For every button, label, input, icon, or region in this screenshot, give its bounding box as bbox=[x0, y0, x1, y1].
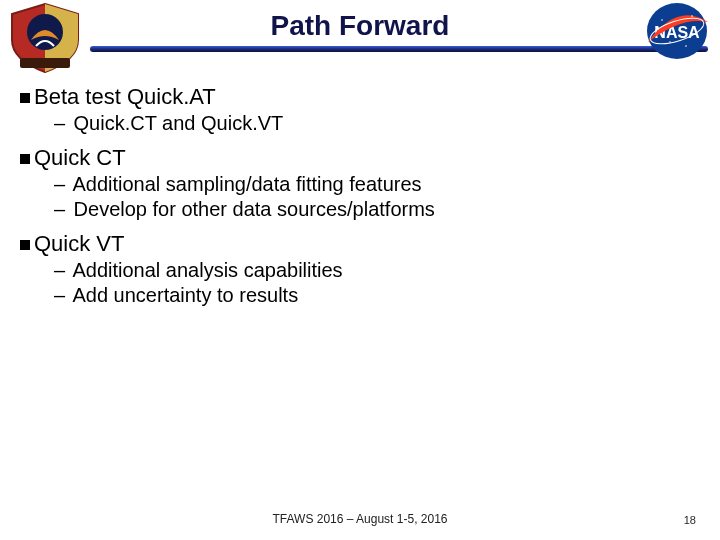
list-item: – Additional sampling/data fitting featu… bbox=[54, 173, 700, 196]
svg-point-5 bbox=[661, 19, 663, 21]
page-number: 18 bbox=[684, 514, 696, 526]
svg-point-6 bbox=[691, 15, 693, 17]
svg-rect-1 bbox=[20, 58, 70, 68]
square-bullet-icon bbox=[20, 240, 30, 250]
section-head-1: Beta test Quick.AT bbox=[20, 84, 700, 110]
section-head-text: Beta test Quick.AT bbox=[34, 84, 216, 109]
list-item: – Add uncertainty to results bbox=[54, 284, 700, 307]
header: NASA Path Forward bbox=[0, 0, 720, 60]
square-bullet-icon bbox=[20, 93, 30, 103]
jpl-shield-icon bbox=[6, 2, 84, 74]
content-area: Beta test Quick.AT – Quick.CT and Quick.… bbox=[0, 60, 720, 307]
list-item-text: Quick.CT and Quick.VT bbox=[74, 112, 284, 134]
section-head-text: Quick VT bbox=[34, 231, 124, 256]
list-item-text: Add uncertainty to results bbox=[72, 284, 298, 306]
slide: NASA Path Forward Beta test Quick.AT – Q… bbox=[0, 0, 720, 540]
list-item-text: Additional analysis capabilities bbox=[72, 259, 342, 281]
svg-point-8 bbox=[669, 41, 671, 43]
sub-list-3: – Additional analysis capabilities – Add… bbox=[54, 259, 700, 307]
svg-point-7 bbox=[685, 45, 687, 47]
sub-list-2: – Additional sampling/data fitting featu… bbox=[54, 173, 700, 221]
list-item: – Quick.CT and Quick.VT bbox=[54, 112, 700, 135]
section-head-2: Quick CT bbox=[20, 145, 700, 171]
list-item: – Additional analysis capabilities bbox=[54, 259, 700, 282]
list-item-text: Develop for other data sources/platforms bbox=[74, 198, 435, 220]
sub-list-1: – Quick.CT and Quick.VT bbox=[54, 112, 700, 135]
slide-title: Path Forward bbox=[0, 0, 720, 42]
title-underline bbox=[90, 46, 708, 52]
list-item-text: Additional sampling/data fitting feature… bbox=[72, 173, 421, 195]
footer-text: TFAWS 2016 – August 1-5, 2016 bbox=[0, 512, 720, 526]
square-bullet-icon bbox=[20, 154, 30, 164]
list-item: – Develop for other data sources/platfor… bbox=[54, 198, 700, 221]
nasa-logo-icon: NASA bbox=[642, 2, 712, 60]
section-head-3: Quick VT bbox=[20, 231, 700, 257]
section-head-text: Quick CT bbox=[34, 145, 126, 170]
